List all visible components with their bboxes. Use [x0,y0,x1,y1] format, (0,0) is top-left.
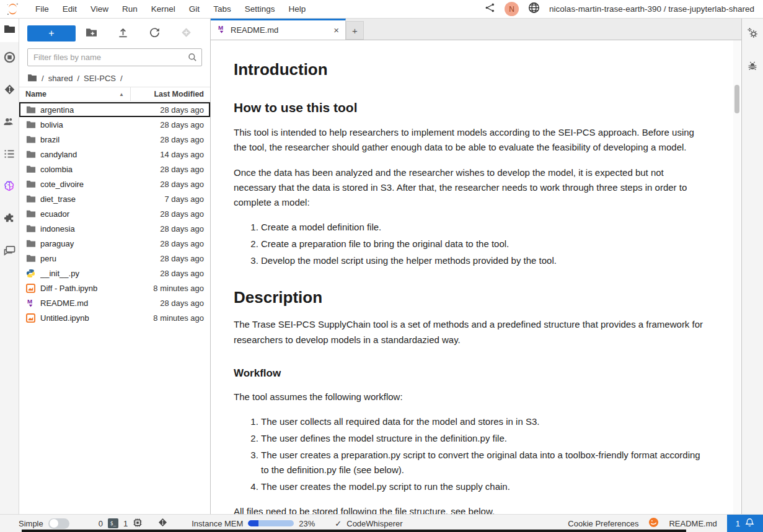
background-window-edge [22,530,686,532]
menu-tabs[interactable]: Tabs [206,4,238,14]
menu-help[interactable]: Help [281,4,312,14]
share-icon[interactable] [485,2,495,15]
menu-kernel[interactable]: Kernel [144,4,182,14]
sidebar-tab-chat[interactable] [0,235,19,268]
column-header-name[interactable]: Name ▲ [19,87,131,101]
tab-readme-md[interactable]: M README.md × [211,19,346,40]
upload-icon [118,27,128,40]
notifications-badge[interactable]: 1 [727,515,763,532]
user-avatar[interactable]: N [505,2,519,16]
upload-button[interactable] [107,27,139,40]
sidebar-tab-git[interactable] [0,74,19,107]
sessions-status[interactable]: 0 $_ 1 [99,518,143,530]
simple-mode-toggle[interactable] [48,518,69,529]
new-folder-button[interactable] [76,27,107,40]
main-dock-panel: M README.md × + IntroductionHow to use t… [211,19,741,514]
new-tab-button[interactable]: + [346,21,364,40]
file-row[interactable]: indonesia 28 days ago [19,221,210,236]
list-item: The user creates the model.py script to … [261,479,708,494]
sidebar-tab-extensions[interactable] [0,203,19,235]
breadcrumb-separator: / [120,74,123,83]
codewhisperer-status[interactable]: ✓ CodeWhisperer [335,519,402,528]
cookie-preferences-link[interactable]: Cookie Preferences [568,519,638,528]
terminal-icon: $_ [108,518,118,528]
file-name: brazil [40,135,131,144]
column-header-modified[interactable]: Last Modified [131,90,210,98]
workspace-name: nicolas-martin-trase-earth-390 / trase-j… [549,4,754,14]
sidebar-tab-file-browser[interactable] [0,19,19,42]
new-folder-icon [86,27,97,40]
memory-status: Instance MEM 23% [192,519,315,528]
menu-bar: File Edit View Run Kernel Git Tabs Setti… [0,0,763,19]
file-row[interactable]: M README.md 28 days ago [19,295,210,310]
refresh-button[interactable] [139,27,170,40]
file-row[interactable]: cote_divoire 28 days ago [19,177,210,191]
file-name: bolivia [40,120,131,129]
main-layout: + [0,19,763,514]
file-row[interactable]: colombia 28 days ago [19,162,210,177]
file-modified: 28 days ago [131,165,210,174]
list-item: The user collects all required data for … [261,414,708,429]
gears-icon [747,30,758,40]
new-launcher-button[interactable]: + [27,25,76,41]
file-name: paraguay [40,239,131,248]
file-modified: 8 minutes ago [131,313,210,323]
sidebar-tab-debugger[interactable] [748,61,757,73]
simple-mode-label: Simple [19,519,43,528]
file-name: colombia [40,165,131,174]
paragraph: All files need to be stored following th… [234,504,708,514]
menu-settings[interactable]: Settings [238,4,282,14]
file-row[interactable]: candyland 14 days ago [19,147,210,162]
jupyter-logo-icon [5,2,20,17]
search-icon [188,53,197,64]
paragraph: This tool is intended to help researcher… [234,125,708,155]
file-modified: 28 days ago [131,180,210,189]
ordered-list: The user collects all required data for … [234,414,708,494]
sidebar-tab-property-inspector[interactable] [747,27,758,41]
file-row[interactable]: diet_trase 7 days ago [19,191,210,206]
sidebar-tab-table-of-contents[interactable] [0,139,19,171]
scrollbar-thumb[interactable] [734,85,739,113]
file-row[interactable]: Diff - Path.ipynb 8 minutes ago [19,281,210,295]
filter-files-input[interactable] [27,48,202,66]
menu-git[interactable]: Git [182,4,206,14]
sidebar-tab-collaboration[interactable] [0,107,19,139]
file-row[interactable]: bolivia 28 days ago [19,117,210,132]
paragraph: Once the data has been analyzed and the … [234,165,708,211]
git-clone-icon [180,27,192,40]
file-row[interactable]: ecuador 28 days ago [19,206,210,221]
column-name-label: Name [25,90,46,98]
sort-ascending-icon: ▲ [119,92,124,97]
file-row[interactable]: brazil 28 days ago [19,132,210,147]
vertical-scrollbar[interactable] [733,40,741,514]
breadcrumb-sei-pcs[interactable]: SEI-PCS [84,74,116,83]
menu-edit[interactable]: Edit [56,4,84,14]
file-row[interactable]: argentina 28 days ago [19,102,210,117]
git-status[interactable] [157,517,168,530]
file-row[interactable]: peru 28 days ago [19,251,210,266]
sidebar-tab-ai-assistant[interactable] [0,171,19,203]
home-folder-icon[interactable] [27,74,37,84]
folder-icon [25,134,36,145]
folder-icon [25,105,36,115]
orange-orb-icon[interactable] [648,517,659,530]
file-modified: 28 days ago [131,120,210,129]
file-row[interactable]: __init__.py 28 days ago [19,266,210,281]
tab-close-button[interactable]: × [333,25,339,35]
folder-icon [25,238,36,249]
sidebar-tab-running-sessions[interactable] [0,42,19,74]
breadcrumb-separator: / [42,74,44,83]
file-row[interactable]: paraguay 28 days ago [19,236,210,251]
folder-icon [25,209,36,219]
menu-view[interactable]: View [84,4,115,14]
git-clone-button[interactable] [170,27,202,40]
mem-label: Instance MEM [192,519,243,528]
file-row[interactable]: Untitled.ipynb 8 minutes ago [19,310,210,325]
menu-run[interactable]: Run [115,4,144,14]
heading-h1: Description [234,288,708,307]
breadcrumb-separator: / [77,74,79,83]
file-name: argentina [40,105,131,115]
breadcrumb-shared[interactable]: shared [48,74,73,83]
menu-file[interactable]: File [29,4,56,14]
folder-icon [25,120,36,130]
